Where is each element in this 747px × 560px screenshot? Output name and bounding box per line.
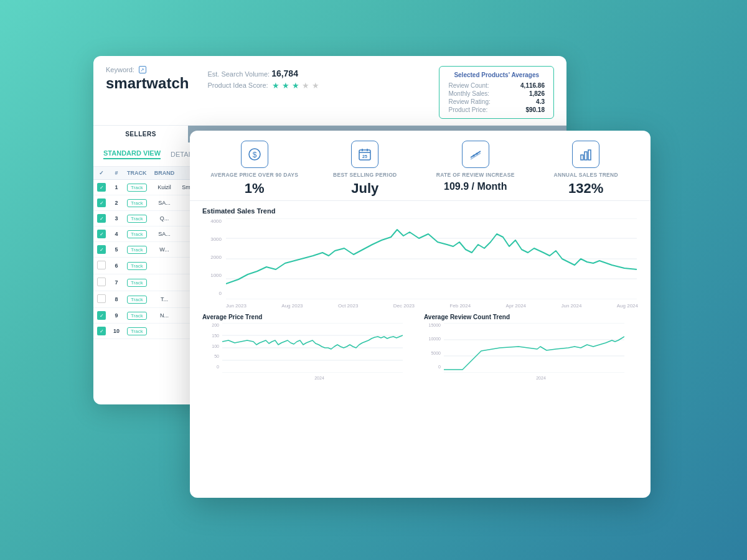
review-count-title: Average Review Count Trend <box>424 314 638 320</box>
averages-box: Selected Products' Averages Review Count… <box>439 66 554 119</box>
star-5: ★ <box>312 81 321 90</box>
review-chart-area: 15000 10000 5000 0 2024 <box>424 323 638 379</box>
avg-value-monthly-sales: 1,826 <box>503 90 545 97</box>
row-brand <box>151 274 179 291</box>
row-brand: T... <box>151 291 179 308</box>
calendar-icon: 25 <box>351 141 378 168</box>
row-track[interactable]: Track <box>123 291 151 308</box>
row-brand: Kuizil <box>151 180 179 195</box>
row-track[interactable]: Track <box>123 211 151 226</box>
row-track[interactable]: Track <box>123 226 151 242</box>
row-number: 8 <box>110 291 123 308</box>
main-chart-x-labels: Jun 2023 Aug 2023 Oct 2023 Dec 2023 Feb … <box>226 303 638 309</box>
row-number: 9 <box>110 308 123 324</box>
row-track[interactable]: Track <box>123 324 151 339</box>
row-number: 1 <box>110 180 123 195</box>
price-chart-svg <box>222 323 403 373</box>
row-checkbox[interactable]: ✓ <box>93 226 110 242</box>
row-checkbox[interactable]: ✓ <box>93 211 110 226</box>
avg-value-product-price: $90.18 <box>503 106 545 113</box>
metric-annual-sales-value: 132% <box>568 182 603 195</box>
external-link-icon[interactable]: ↗ <box>139 66 146 73</box>
svg-rect-13 <box>588 150 591 160</box>
row-checkbox[interactable] <box>93 291 110 308</box>
row-brand <box>151 324 179 339</box>
row-checkbox[interactable]: ✓ <box>93 242 110 258</box>
bar-chart-icon <box>572 141 599 168</box>
star-3: ★ <box>292 81 301 90</box>
metric-review-rate-label: RATE OF REVIEW INCREASE <box>436 172 515 178</box>
metric-review-rate: RATE OF REVIEW INCREASE 109.9 / Month <box>423 141 528 195</box>
front-card: $ AVERAGE PRICE OVER 90 DAYS 1% 25 <box>190 131 651 498</box>
avg-label-review-rating: Review Rating: <box>448 98 490 105</box>
svg-rect-11 <box>581 155 583 160</box>
row-number: 3 <box>110 211 123 226</box>
metric-annual-sales: ANNUAL SALES TREND 132% <box>534 141 639 195</box>
search-volume-section: Est. Search Volume: 16,784 Product Idea … <box>207 66 320 90</box>
bottom-charts: Average Price Trend 200 150 100 50 0 <box>190 314 651 385</box>
main-chart-svg <box>226 218 637 299</box>
metric-price: $ AVERAGE PRICE OVER 90 DAYS 1% <box>202 141 307 195</box>
row-track[interactable]: Track <box>123 308 151 324</box>
row-track[interactable]: Track <box>123 258 151 274</box>
review-count-chart: Average Review Count Trend 15000 10000 5… <box>424 314 638 379</box>
row-checkbox[interactable]: ✓ <box>93 195 110 211</box>
product-idea-row: Product Idea Score: ★ ★ ★ ★ ★ <box>207 81 320 90</box>
row-brand: N... <box>151 308 179 324</box>
avg-value-review-count: 4,116.86 <box>503 82 545 89</box>
row-brand: Q... <box>151 211 179 226</box>
metric-price-label: AVERAGE PRICE OVER 90 DAYS <box>210 172 298 178</box>
row-track[interactable]: Track <box>123 274 151 291</box>
svg-point-10 <box>476 153 477 155</box>
row-checkbox[interactable]: ✓ <box>93 308 110 324</box>
avg-label-product-price: Product Price: <box>448 106 490 113</box>
svg-text:25: 25 <box>362 154 367 159</box>
metric-review-rate-value: 109.9 / Month <box>444 182 507 192</box>
row-brand: SA... <box>151 226 179 242</box>
svg-point-9 <box>472 155 474 157</box>
keyword-label: Keyword: ↗ <box>106 66 189 73</box>
star-4: ★ <box>302 81 311 90</box>
row-number: 2 <box>110 195 123 211</box>
averages-grid: Review Count: 4,116.86 Monthly Sales: 1,… <box>448 82 545 113</box>
row-number: 5 <box>110 242 123 258</box>
review-chart-x-labels: 2024 <box>444 376 638 380</box>
col-brand: BRAND <box>151 167 179 180</box>
price-chart-area: 200 150 100 50 0 <box>202 323 416 379</box>
svg-text:$: $ <box>252 151 256 159</box>
metric-period-label: BEST SELLING PERIOD <box>333 172 397 178</box>
row-number: 6 <box>110 258 123 274</box>
col-check: ✓ <box>93 167 110 180</box>
avg-label-monthly-sales: Monthly Sales: <box>448 90 490 97</box>
price-trend-title: Average Price Trend <box>202 314 416 320</box>
row-checkbox[interactable] <box>93 258 110 274</box>
main-chart-svg-area <box>226 218 638 302</box>
svg-rect-12 <box>585 152 587 160</box>
main-chart-title: Estimated Sales Trend <box>202 207 638 215</box>
metrics-row: $ AVERAGE PRICE OVER 90 DAYS 1% 25 <box>190 131 651 201</box>
col-num: # <box>110 167 123 180</box>
row-checkbox[interactable] <box>93 274 110 291</box>
card-container: Keyword: ↗ smartwatch Est. Search Volume… <box>93 56 654 504</box>
price-trend-chart: Average Price Trend 200 150 100 50 0 <box>202 314 416 379</box>
row-number: 4 <box>110 226 123 242</box>
main-chart-wrap: 4000 3000 2000 1000 0 <box>202 218 638 309</box>
col-track: TRACK <box>123 167 151 180</box>
keyword-title: smartwatch <box>106 75 189 92</box>
star-2: ★ <box>282 81 291 90</box>
row-checkbox[interactable]: ✓ <box>93 180 110 195</box>
row-number: 10 <box>110 324 123 339</box>
metric-annual-sales-label: ANNUAL SALES TREND <box>554 172 618 178</box>
row-brand: W... <box>151 242 179 258</box>
row-track[interactable]: Track <box>123 242 151 258</box>
review-chart-y: 15000 10000 5000 0 <box>424 323 443 369</box>
row-checkbox[interactable]: ✓ <box>93 324 110 339</box>
view-standard[interactable]: STANDARD VIEW <box>103 149 161 159</box>
main-chart-section: Estimated Sales Trend 4000 3000 2000 100… <box>190 201 651 314</box>
dollar-icon: $ <box>241 141 268 168</box>
tab-sellers[interactable]: SELLERS <box>93 126 188 142</box>
row-brand: SA... <box>151 195 179 211</box>
row-track[interactable]: Track <box>123 195 151 211</box>
row-track[interactable]: Track <box>123 180 151 195</box>
review-trend-icon <box>462 141 489 168</box>
